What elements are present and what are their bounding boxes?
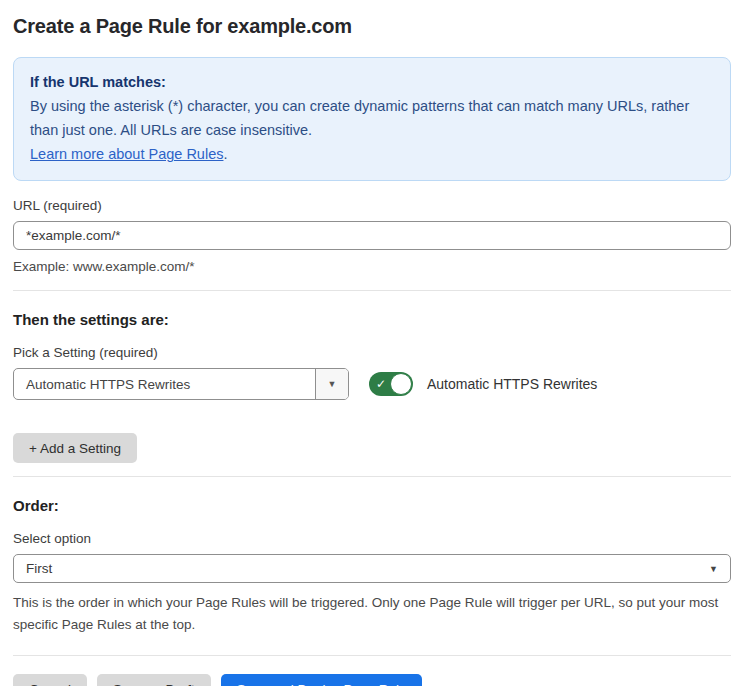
cancel-button[interactable]: Cancel [13,674,87,686]
chevron-down-icon: ▼ [709,564,718,574]
page-title: Create a Page Rule for example.com [13,15,731,38]
setting-dropdown-arrow-button[interactable]: ▼ [315,369,348,399]
url-input[interactable] [13,221,731,250]
chevron-down-icon: ▼ [328,379,337,389]
order-helper-text: This is the order in which your Page Rul… [13,592,725,636]
url-matches-info-box: If the URL matches: By using the asteris… [13,57,731,181]
create-page-rule-form: Create a Page Rule for example.com If th… [0,0,743,686]
save-and-deploy-button[interactable]: Save and Deploy Page Rule [221,674,423,686]
automatic-https-rewrites-toggle[interactable]: ✓ [369,372,413,396]
settings-section-heading: Then the settings are: [13,311,731,328]
url-example-helper: Example: www.example.com/* [13,259,731,274]
select-option-label: Select option [13,531,731,546]
divider [13,655,731,656]
add-setting-button[interactable]: + Add a Setting [13,433,137,463]
info-box-body: By using the asterisk (*) character, you… [30,94,690,142]
order-select[interactable]: First ▼ [13,554,731,583]
divider [13,476,731,477]
footer-actions: Cancel Save as Draft Save and Deploy Pag… [13,674,731,686]
save-as-draft-button[interactable]: Save as Draft [97,674,211,686]
order-section-heading: Order: [13,497,731,514]
url-field-label: URL (required) [13,198,731,213]
info-box-heading: If the URL matches: [30,70,714,94]
divider [13,290,731,291]
order-select-value: First [26,561,52,576]
setting-dropdown[interactable]: Automatic HTTPS Rewrites ▼ [13,368,349,400]
pick-setting-label: Pick a Setting (required) [13,345,731,360]
setting-row: Automatic HTTPS Rewrites ▼ ✓ Automatic H… [13,368,731,400]
setting-dropdown-value: Automatic HTTPS Rewrites [14,369,315,399]
check-icon: ✓ [376,376,386,392]
info-box-link-line: Learn more about Page Rules. [30,142,714,166]
learn-more-link[interactable]: Learn more about Page Rules [30,146,223,162]
toggle-label: Automatic HTTPS Rewrites [427,376,597,392]
toggle-knob [390,373,412,395]
link-suffix: . [223,146,227,162]
